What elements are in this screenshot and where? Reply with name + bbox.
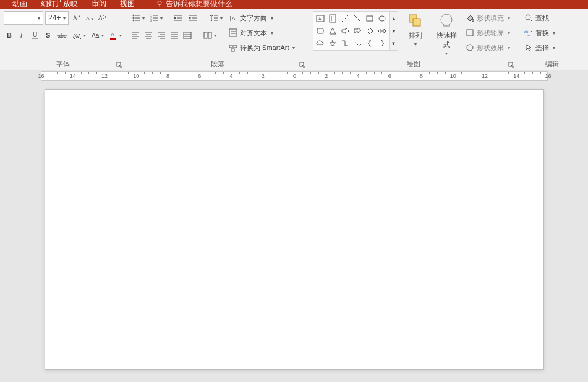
ruler-number: 4: [229, 73, 232, 79]
ruler-number: 4: [356, 73, 359, 79]
align-right-button[interactable]: [156, 28, 167, 42]
distributed-button[interactable]: [182, 28, 193, 42]
shapes-more[interactable]: ▼: [390, 37, 398, 50]
numbering-button[interactable]: 123: [148, 11, 164, 25]
tab-slideshow[interactable]: 幻灯片放映: [41, 0, 78, 7]
shape-star[interactable]: [327, 38, 338, 49]
svg-text:ac: ac: [527, 33, 531, 37]
ruler-number: 8: [166, 73, 169, 79]
find-button[interactable]: 查找: [522, 11, 582, 25]
ruler-number: 10: [450, 73, 456, 79]
slide[interactable]: [45, 89, 544, 370]
font-color-button[interactable]: A: [107, 28, 123, 42]
shape-brace-left[interactable]: [364, 38, 375, 49]
svg-rect-68: [229, 45, 232, 48]
bullets-button[interactable]: [130, 11, 146, 25]
align-text-label: 对齐文本: [240, 28, 267, 38]
justify-button[interactable]: [169, 28, 180, 42]
svg-text:A: A: [73, 15, 77, 22]
shape-arrow-right[interactable]: [339, 25, 351, 36]
shapes-scroll-up[interactable]: ▴: [390, 12, 398, 25]
decrease-indent-button[interactable]: [173, 11, 185, 25]
quick-styles-button[interactable]: 快速样式 ▾: [433, 11, 460, 57]
replace-icon: abac: [524, 28, 533, 37]
tab-review[interactable]: 审阅: [92, 0, 106, 7]
italic-button[interactable]: I: [17, 28, 28, 42]
convert-smartart-button[interactable]: 转换为 SmartArt▾: [228, 41, 296, 54]
shapes-scroll-down[interactable]: ▾: [390, 25, 398, 38]
svg-text:abc: abc: [58, 33, 67, 39]
font-dialog-launcher[interactable]: [116, 61, 124, 69]
svg-rect-65: [229, 29, 237, 36]
shape-effects-label: 形状效果: [477, 43, 504, 53]
drawing-dialog-launcher[interactable]: [508, 61, 516, 69]
svg-point-23: [133, 20, 134, 21]
tab-animation[interactable]: 动画: [12, 0, 27, 7]
svg-rect-85: [467, 30, 473, 36]
columns-button[interactable]: [202, 28, 218, 42]
svg-point-83: [441, 14, 452, 25]
select-button[interactable]: 选择▾: [522, 41, 582, 54]
svg-point-19: [133, 15, 134, 16]
ruler-number: 6: [198, 73, 201, 79]
tab-view[interactable]: 视图: [120, 0, 135, 7]
underline-button[interactable]: U: [30, 28, 41, 42]
align-center-button[interactable]: [143, 28, 154, 42]
font-name-combo[interactable]: ▾: [4, 11, 43, 25]
shape-fill-button[interactable]: 形状填充▾: [464, 11, 512, 25]
line-spacing-button[interactable]: [208, 11, 224, 25]
ruler-number: 14: [513, 73, 519, 79]
char-spacing-button[interactable]: AV: [71, 28, 87, 42]
increase-font-button[interactable]: A▲: [70, 11, 82, 25]
font-size-combo[interactable]: 24+▾: [45, 11, 69, 25]
ruler-number: 0: [293, 73, 296, 79]
group-paragraph-label: 段落: [126, 59, 309, 69]
shape-effects-button[interactable]: 形状效果▾: [464, 41, 512, 54]
paragraph-dialog-launcher[interactable]: [299, 61, 307, 69]
svg-text:U: U: [33, 32, 37, 38]
shape-fill-icon: [466, 14, 474, 22]
text-shadow-button[interactable]: S: [43, 28, 54, 42]
tell-me-search[interactable]: 告诉我你想要做什么: [156, 0, 232, 7]
group-drawing: A: [309, 9, 518, 70]
shape-cloud[interactable]: [315, 38, 326, 49]
ruler-number: 16: [38, 73, 44, 79]
svg-text:3: 3: [150, 19, 152, 22]
increase-indent-button[interactable]: [187, 11, 199, 25]
align-text-icon: [229, 28, 237, 37]
shape-triangle[interactable]: [327, 25, 338, 36]
shape-line[interactable]: [339, 13, 351, 24]
shape-rounded-rect[interactable]: [315, 25, 326, 36]
shape-wave[interactable]: [352, 38, 363, 49]
group-paragraph: 123 ‖A: [126, 9, 309, 70]
svg-text:A: A: [86, 15, 90, 22]
change-case-button[interactable]: Aa: [89, 28, 105, 42]
text-direction-button[interactable]: ‖A 文字方向▾: [228, 11, 296, 25]
svg-rect-80: [317, 28, 323, 33]
shape-arrow-turn[interactable]: [352, 25, 363, 36]
shape-arrow-left-right[interactable]: [377, 25, 388, 36]
shape-brace-right[interactable]: [377, 38, 388, 49]
shape-oval[interactable]: [377, 13, 388, 24]
shape-textbox[interactable]: A: [315, 13, 326, 24]
smartart-icon: [229, 43, 237, 52]
arrange-button[interactable]: 排列 ▾: [402, 11, 429, 48]
align-text-button[interactable]: 对齐文本▾: [228, 26, 296, 40]
svg-rect-74: [330, 15, 336, 22]
shapes-gallery-scroll: ▴ ▾ ▼: [390, 11, 398, 51]
ruler-number: 12: [482, 73, 488, 79]
replace-button[interactable]: abac 替换▾: [522, 26, 582, 40]
shape-outline-button[interactable]: 形状轮廓▾: [464, 26, 512, 40]
shape-vertical-textbox[interactable]: [327, 13, 338, 24]
shape-diamond[interactable]: [364, 25, 375, 36]
decrease-font-button[interactable]: A▼: [83, 11, 95, 25]
clear-formatting-button[interactable]: A: [96, 11, 109, 25]
shape-connector[interactable]: [339, 38, 351, 49]
strikethrough-button[interactable]: abc: [56, 28, 69, 42]
shape-line2[interactable]: [352, 13, 363, 24]
arrange-label: 排列: [409, 31, 422, 40]
ruler-number: 12: [101, 73, 108, 79]
shape-rectangle[interactable]: [364, 13, 375, 24]
bold-button[interactable]: B: [4, 28, 15, 42]
align-left-button[interactable]: [130, 28, 141, 42]
